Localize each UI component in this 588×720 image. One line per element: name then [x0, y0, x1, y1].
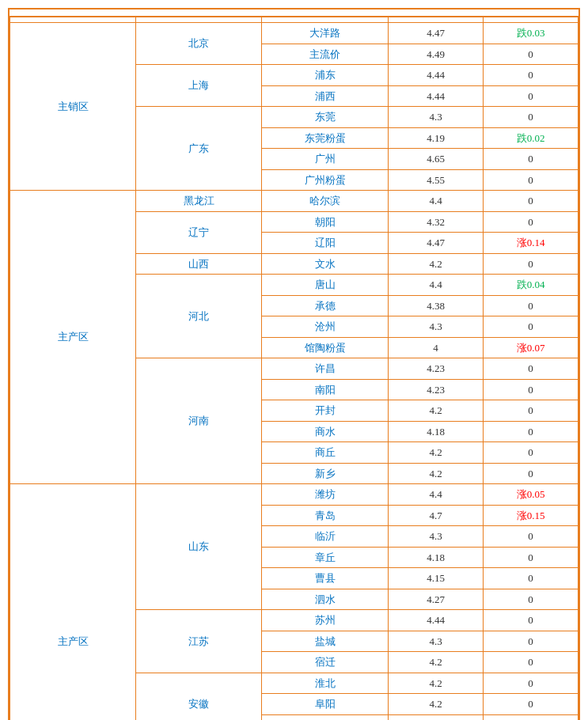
- price-cell: 4.44: [389, 85, 484, 107]
- change-cell: 0: [484, 589, 579, 610]
- price-cell: 4.2: [389, 694, 484, 715]
- price-cell: 4.55: [389, 169, 484, 191]
- price-cell: 4.2: [389, 400, 484, 422]
- price-cell: 4.65: [389, 149, 484, 170]
- price-cell: 4.44: [389, 610, 484, 631]
- province-cell: 山东: [136, 484, 262, 610]
- change-cell: 0: [484, 442, 579, 464]
- change-cell: 0: [484, 107, 579, 128]
- change-cell: 0: [484, 85, 579, 107]
- area-cell: 阜阳: [262, 694, 389, 715]
- area-cell: 大洋路: [262, 23, 389, 44]
- area-cell: 辽阳: [262, 233, 389, 254]
- price-cell: 4.47: [389, 23, 484, 44]
- change-cell: 0: [484, 694, 579, 715]
- change-cell: 涨0.05: [484, 484, 579, 506]
- change-cell: 涨0.07: [484, 337, 579, 358]
- change-cell: 0: [484, 463, 579, 484]
- change-cell: 0: [484, 65, 579, 86]
- change-cell: 0: [484, 149, 579, 170]
- price-cell: 4.15: [389, 568, 484, 589]
- change-cell: 0: [484, 295, 579, 316]
- area-cell: 承德: [262, 295, 389, 316]
- area-cell: 文水: [262, 253, 389, 275]
- province-cell: 安徽: [136, 673, 262, 720]
- change-cell: 涨0.15: [484, 505, 579, 526]
- price-cell: 4.3: [389, 631, 484, 652]
- area-cell: 唐山: [262, 275, 389, 296]
- table-row: 主产区黑龙江哈尔滨4.40: [10, 191, 579, 212]
- table-row: 主销区北京大洋路4.47跌0.03: [10, 23, 579, 44]
- area-cell: 新乡: [262, 463, 389, 484]
- area-cell: 滁州: [262, 714, 389, 720]
- change-cell: 0: [484, 44, 579, 65]
- area-cell: 浦东: [262, 65, 389, 86]
- region-group-cell: 主产区: [10, 191, 136, 484]
- area-cell: 浦西: [262, 85, 389, 107]
- area-cell: 商丘: [262, 442, 389, 464]
- area-cell: 章丘: [262, 547, 389, 568]
- table-row: 主产区山东潍坊4.4涨0.05: [10, 484, 579, 506]
- price-cell: 4.2: [389, 463, 484, 484]
- province-cell: 山西: [136, 253, 262, 275]
- col-header-change: [484, 17, 579, 23]
- price-cell: 4.44: [389, 65, 484, 86]
- province-cell: 广东: [136, 107, 262, 191]
- province-cell: 黑龙江: [136, 191, 262, 212]
- area-cell: 泗水: [262, 589, 389, 610]
- area-cell: 淮北: [262, 673, 389, 694]
- area-cell: 沧州: [262, 316, 389, 338]
- area-cell: 东莞: [262, 107, 389, 128]
- area-cell: 青岛: [262, 505, 389, 526]
- area-cell: 南阳: [262, 379, 389, 400]
- price-cell: 4.23: [389, 358, 484, 380]
- change-cell: 0: [484, 714, 579, 720]
- area-cell: 宿迁: [262, 652, 389, 673]
- area-cell: 临沂: [262, 526, 389, 548]
- area-cell: 许昌: [262, 358, 389, 380]
- province-cell: 辽宁: [136, 211, 262, 253]
- price-cell: 4.7: [389, 505, 484, 526]
- area-cell: 馆陶粉蛋: [262, 337, 389, 358]
- notice-text: [9, 9, 579, 17]
- price-cell: 4.38: [389, 295, 484, 316]
- change-cell: 0: [484, 673, 579, 694]
- change-cell: 0: [484, 191, 579, 212]
- province-cell: 北京: [136, 23, 262, 65]
- area-cell: 主流价: [262, 44, 389, 65]
- col-header-province: [136, 17, 262, 23]
- price-cell: 4.2: [389, 442, 484, 464]
- header-row: [10, 17, 579, 23]
- price-cell: 4.2: [389, 673, 484, 694]
- price-cell: 4.18: [389, 421, 484, 442]
- price-cell: 4.4: [389, 484, 484, 506]
- area-cell: 广州粉蛋: [262, 169, 389, 191]
- change-cell: 跌0.03: [484, 23, 579, 44]
- area-cell: 广州: [262, 149, 389, 170]
- area-cell: 商水: [262, 421, 389, 442]
- change-cell: 0: [484, 253, 579, 275]
- change-cell: 0: [484, 526, 579, 548]
- price-cell: 4.47: [389, 233, 484, 254]
- change-cell: 0: [484, 358, 579, 380]
- price-cell: 4.27: [389, 589, 484, 610]
- price-cell: 4.4: [389, 275, 484, 296]
- price-cell: 4.49: [389, 44, 484, 65]
- price-cell: 4.23: [389, 379, 484, 400]
- change-cell: 0: [484, 400, 579, 422]
- price-cell: 4.3: [389, 107, 484, 128]
- main-table-wrapper: 主销区北京大洋路4.47跌0.03主流价4.490上海浦东4.440浦西4.44…: [8, 8, 580, 720]
- price-cell: 4.3: [389, 316, 484, 338]
- area-cell: 曹县: [262, 568, 389, 589]
- change-cell: 0: [484, 547, 579, 568]
- col-header-group: [10, 17, 136, 23]
- price-cell: 4: [389, 337, 484, 358]
- col-header-price: [389, 17, 484, 23]
- change-cell: 0: [484, 316, 579, 338]
- change-cell: 0: [484, 610, 579, 631]
- province-cell: 河北: [136, 275, 262, 358]
- area-cell: 朝阳: [262, 211, 389, 233]
- area-cell: 东莞粉蛋: [262, 127, 389, 149]
- change-cell: 0: [484, 379, 579, 400]
- change-cell: 跌0.02: [484, 127, 579, 149]
